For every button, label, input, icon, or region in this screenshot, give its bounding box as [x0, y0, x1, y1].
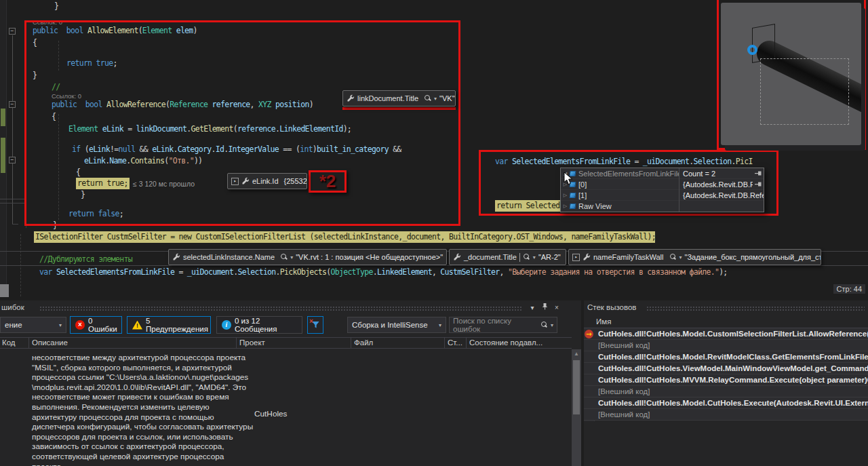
scope-dropdown[interactable]: ение ▾: [0, 317, 66, 333]
source-dropdown-value: Сборка и IntelliSense: [352, 321, 428, 329]
debugger-datatip[interactable]: _document.Title▾"AR-2": [449, 249, 566, 265]
watch-value: {Autodesk.Revit.DB.Reference}: [683, 191, 764, 199]
watch-row[interactable]: ▷Raw View: [561, 201, 764, 212]
column-divider: [679, 168, 679, 179]
chevron-down-icon[interactable]: ▾: [434, 96, 437, 102]
wrench-icon: [241, 177, 250, 185]
datatip-value: "Задание_бокс_прямоугольный_для_стены": [685, 253, 821, 261]
error-project-cell[interactable]: CutHoles: [254, 409, 288, 419]
magnifier-icon[interactable]: [424, 95, 431, 102]
scrollbar-thumb[interactable]: [573, 360, 580, 414]
column-header[interactable]: Состояние подавл...: [469, 338, 542, 347]
datatip-value: "AR-2": [538, 253, 561, 261]
warnings-filter-button[interactable]: 5 Предупреждения: [127, 316, 211, 334]
clear-filter-button[interactable]: [307, 316, 323, 334]
watch-row[interactable]: ▷[0]{Autodesk.Revit.DB.Reference}: [561, 179, 764, 190]
fold-collapse-icon[interactable]: −: [9, 157, 16, 163]
wrench-icon: [172, 253, 180, 261]
column-separator[interactable]: [236, 338, 237, 349]
close-icon[interactable]: ×: [551, 303, 562, 313]
debugger-datatip[interactable]: ▸nameFamilyTaskWall▾"Задание_бокс_прямоу…: [568, 249, 821, 265]
chevron-down-icon[interactable]: ▾: [290, 254, 293, 260]
change-tracking-bar: [1, 138, 5, 173]
search-input[interactable]: Поиск по списку ошибок ▾: [449, 317, 557, 333]
column-header[interactable]: Описание: [32, 338, 68, 347]
window-position-icon[interactable]: ▾: [527, 303, 538, 313]
error-list-title: шибок: [1, 303, 24, 311]
description-line: проекта.: [32, 462, 235, 466]
fold-collapse-icon[interactable]: −: [9, 101, 16, 108]
magnifier-icon[interactable]: [280, 254, 288, 261]
scrollbar-corner[interactable]: [0, 284, 9, 297]
vertical-scrollbar[interactable]: ▲: [572, 349, 581, 466]
debugger-datatip[interactable]: selectedLinkInstance.Name▾"VK.rvt : 1 : …: [168, 249, 447, 265]
expander-collapsed-icon[interactable]: ▷: [561, 193, 570, 198]
fold-collapse-icon[interactable]: −: [9, 28, 16, 35]
column-separator[interactable]: [466, 338, 467, 349]
chevron-down-icon[interactable]: ▾: [679, 254, 682, 260]
stack-frame[interactable]: CutHoles.dll!CutHoles.Model.CustomISelec…: [584, 328, 868, 340]
column-separator[interactable]: [28, 338, 29, 349]
code-editor[interactable]: − − − }Ссылок: 0public bool AllowElement…: [0, 0, 868, 297]
expand-icon[interactable]: ▸: [231, 178, 239, 185]
watch-row[interactable]: ◢SelectedElementsFromLinkFileCount = 2: [561, 168, 764, 179]
magnifier-icon[interactable]: [523, 254, 530, 261]
debugger-datatip[interactable]: ▸eLink.Id{255320}: [227, 173, 307, 189]
scroll-up-icon[interactable]: ▲: [572, 349, 581, 359]
stack-frame[interactable]: [Внешний код]: [584, 340, 868, 351]
region-divider: [0, 199, 24, 199]
errors-filter-label: 0 Ошибки: [88, 317, 117, 333]
stack-frame[interactable]: [Внешний код]: [584, 386, 868, 397]
stack-frame[interactable]: CutHoles.dll!CutHoles.MVVM.RelayCommand.…: [584, 374, 868, 386]
chevron-down-icon: ▾: [551, 322, 553, 328]
watch-name: SelectedElementsFromLinkFile: [578, 170, 679, 178]
column-name[interactable]: Имя: [596, 317, 611, 326]
column-header[interactable]: Код: [2, 338, 16, 347]
description-line: зависимость от ссылок с архитектурой про…: [32, 442, 235, 452]
stack-frame[interactable]: [Внешний код]: [584, 409, 868, 421]
stack-frame[interactable]: CutHoles.dll!CutHoles.Model.CutHoles.Exe…: [584, 397, 868, 409]
region-divider: [0, 203, 24, 203]
fold-outline-line: [12, 35, 13, 224]
pin-icon[interactable]: [755, 170, 762, 178]
pin-icon[interactable]: [539, 303, 550, 313]
pin-icon[interactable]: [755, 180, 762, 189]
stack-frame-text: [Внешний код]: [598, 387, 650, 395]
call-stack-column-header: Имя: [584, 317, 868, 328]
debugger-datatip[interactable]: linkDocument.Title▾"VK": [342, 90, 456, 106]
expand-icon[interactable]: ▸: [572, 254, 580, 261]
change-tracking-bar: [1, 109, 5, 126]
column-separator[interactable]: [444, 338, 445, 349]
stack-frame[interactable]: CutHoles.dll!CutHoles.ViewModel.MainWind…: [584, 363, 868, 374]
errors-filter-button[interactable]: × 0 Ошибки: [70, 316, 122, 334]
call-stack-title: Стек вызовов: [587, 303, 636, 311]
watch-value: Count = 2: [683, 170, 753, 178]
column-header[interactable]: Ст...: [448, 338, 462, 347]
wrench-icon: [453, 253, 461, 261]
info-icon: i: [222, 320, 231, 330]
variable-icon: [569, 203, 576, 209]
selection-dashed-region: [760, 58, 849, 125]
watch-name: Raw View: [578, 202, 679, 210]
search-placeholder: Поиск по списку ошибок: [453, 317, 538, 333]
column-header[interactable]: Проект: [239, 338, 265, 347]
debugger-watch-popup[interactable]: ◢SelectedElementsFromLinkFileCount = 2▷[…: [560, 168, 764, 212]
column-header[interactable]: Файл: [354, 338, 373, 347]
watch-name: [1]: [578, 191, 679, 199]
magnifier-icon[interactable]: [669, 254, 677, 261]
reference-marker-ring: [747, 45, 757, 55]
source-dropdown[interactable]: Сборка и IntelliSense ▾: [347, 317, 446, 333]
expander-collapsed-icon[interactable]: ▷: [561, 203, 570, 209]
watch-row[interactable]: ▷[1]{Autodesk.Revit.DB.Reference}: [561, 190, 764, 201]
chevron-down-icon[interactable]: ▾: [533, 254, 536, 260]
description-line: несоответствие между архитектурой процес…: [32, 353, 235, 363]
error-description[interactable]: несоответствие между архитектурой процес…: [32, 353, 235, 466]
description-line: диспетчера конфигураций, чтобы согласова…: [32, 422, 235, 432]
current-frame-arrow-icon: [585, 330, 593, 338]
datatip-expression: nameFamilyTaskWall: [593, 253, 664, 261]
messages-filter-button[interactable]: i 0 из 12 Сообщения: [216, 316, 302, 334]
line-number-indicator: Стр: 44: [833, 284, 865, 294]
stack-frame[interactable]: CutHoles.dll!CutHoles.Model.RevitModelCl…: [584, 351, 868, 363]
column-divider: [679, 179, 679, 190]
column-separator[interactable]: [351, 338, 351, 349]
